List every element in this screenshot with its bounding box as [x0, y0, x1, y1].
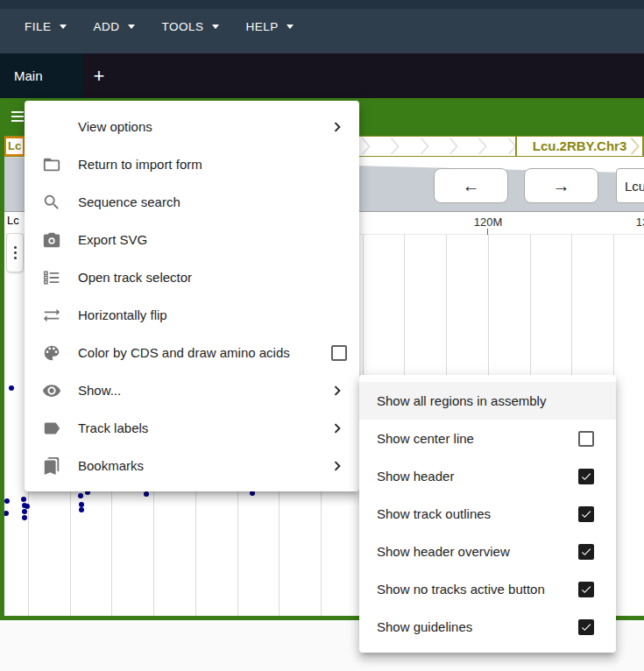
overview-chevron-icon	[419, 138, 431, 159]
menu-item-label: Track labels	[78, 420, 328, 435]
menu-item-label: Bookmarks	[78, 458, 328, 473]
menu-item-view-options[interactable]: View options	[25, 108, 359, 145]
submenu-item-label: Show all regions in assembly	[377, 393, 594, 408]
menubar-tools[interactable]: TOOLS	[162, 20, 219, 33]
menubar-add-label: ADD	[94, 20, 120, 33]
ruler-tick-label-clipped: 130M	[636, 215, 644, 229]
bookmark-icon	[41, 456, 62, 477]
region-chevron-icon	[629, 138, 641, 155]
menubar-help-label: HELP	[246, 20, 279, 33]
right-arrow-icon: →	[553, 176, 570, 196]
checkbox-checked[interactable]	[578, 619, 594, 635]
submenu-item-show-center-line[interactable]: Show center line	[359, 420, 616, 457]
feature-dot	[79, 507, 84, 512]
overview-chevron-icon	[477, 138, 489, 159]
feature-dot	[22, 515, 27, 520]
view-menu-icon[interactable]	[11, 111, 24, 122]
track-label: Lc	[7, 214, 25, 227]
folder-icon	[41, 154, 62, 175]
eye-icon	[41, 380, 62, 401]
chevron-right-icon	[328, 381, 347, 400]
menu-item-horizontally-flip[interactable]: Horizontally flip	[25, 296, 359, 334]
feature-dot	[144, 491, 149, 497]
pan-left-button[interactable]: ←	[434, 168, 508, 203]
menu-item-label: Open track selector	[78, 270, 347, 285]
menu-item-color-by-cds-and-draw-amino-acids[interactable]: Color by CDS and draw amino acids	[25, 334, 359, 371]
menu-item-track-labels[interactable]: Track labels	[25, 409, 359, 447]
feature-dot	[21, 497, 26, 502]
caret-down-icon	[212, 25, 219, 29]
cds-checkbox-unchecked[interactable]	[331, 345, 347, 361]
track-selector-icon	[41, 267, 62, 288]
submenu-item-label: Show track outlines	[377, 506, 578, 521]
submenu-item-label: Show header overview	[377, 544, 578, 559]
menu-item-label: Export SVG	[78, 232, 347, 247]
overview-region-label: Lcu.2RBY.Chr3	[533, 138, 627, 153]
menu-item-label: Color by CDS and draw amino acids	[78, 345, 331, 360]
menubar-file[interactable]: FILE	[25, 20, 67, 33]
location-search-value: Lcu	[625, 179, 644, 194]
menu-item-label: Sequence search	[78, 194, 347, 209]
menu-item-bookmarks[interactable]: Bookmarks	[25, 447, 359, 484]
checkbox-checked[interactable]	[578, 544, 594, 560]
submenu-item-show-header-overview[interactable]: Show header overview	[359, 533, 616, 570]
palette-icon	[41, 343, 62, 364]
feature-dot	[4, 498, 10, 504]
menubar-add[interactable]: ADD	[94, 20, 135, 33]
submenu-item-label: Show no tracks active button	[377, 582, 578, 597]
submenu-item-label: Show guidelines	[377, 619, 578, 634]
camera-icon	[41, 230, 62, 251]
submenu-item-label: Show center line	[377, 431, 578, 446]
overview-chevron-icon	[448, 138, 460, 159]
feature-dot	[9, 385, 14, 391]
session-tab-bar: Main +	[0, 53, 644, 98]
ruler-tick-label: 120M	[474, 215, 503, 229]
checkbox-unchecked[interactable]	[578, 431, 594, 447]
app-menubar: FILEADDTOOLSHELP	[0, 0, 644, 53]
menu-item-return-to-import-form[interactable]: Return to import form	[25, 145, 359, 183]
location-search-input[interactable]: Lcu	[616, 168, 644, 203]
menu-item-label: View options	[78, 119, 328, 134]
pan-right-button[interactable]: →	[524, 168, 598, 203]
menu-item-export-svg[interactable]: Export SVG	[25, 221, 359, 258]
submenu-item-show-no-tracks-active-button[interactable]: Show no tracks active button	[359, 570, 616, 608]
ruler-tick-mark	[487, 229, 488, 235]
submenu-item-show-track-outlines[interactable]: Show track outlines	[359, 495, 616, 533]
view-menu: View optionsReturn to import formSequenc…	[25, 101, 359, 491]
show-submenu: Show all regions in assemblyShow center …	[359, 375, 616, 653]
overview-chevron-icon	[389, 138, 401, 159]
checkbox-checked[interactable]	[578, 506, 594, 522]
jbrowse-app: FILEADDTOOLSHELP Main + Lc Lcu.2RBY.Chr3	[0, 0, 644, 671]
checkbox-checked[interactable]	[578, 582, 594, 597]
submenu-item-show-guidelines[interactable]: Show guidelines	[359, 608, 616, 646]
overview-selected-region[interactable]: Lc	[4, 137, 25, 156]
track-menu-button[interactable]	[6, 233, 24, 272]
menu-item-sequence-search[interactable]: Sequence search	[25, 183, 359, 221]
feature-dot	[25, 504, 30, 509]
caret-down-icon	[128, 25, 135, 29]
feature-dot	[22, 509, 27, 514]
feature-dot	[4, 511, 9, 516]
flip-icon	[41, 305, 62, 326]
caret-down-icon	[60, 25, 67, 29]
label-icon	[41, 418, 62, 439]
overview-region-chr3[interactable]: Lcu.2RBY.Chr3	[515, 137, 644, 156]
chevron-right-icon	[328, 456, 347, 476]
submenu-item-show-all-regions-in-assembly[interactable]: Show all regions in assembly	[359, 382, 616, 420]
menu-item-open-track-selector[interactable]: Open track selector	[25, 258, 359, 296]
menu-item-show[interactable]: Show...	[25, 371, 359, 409]
menu-item-label: Return to import form	[78, 157, 347, 172]
menu-item-label: Horizontally flip	[78, 307, 347, 322]
tab-main[interactable]: Main	[0, 53, 83, 98]
checkbox-checked[interactable]	[578, 469, 594, 484]
submenu-item-show-header[interactable]: Show header	[359, 457, 616, 495]
left-arrow-icon: ←	[463, 176, 480, 196]
chevron-right-icon	[328, 117, 347, 137]
tab-main-label: Main	[14, 68, 43, 83]
caret-down-icon	[287, 25, 294, 29]
search-icon	[41, 192, 62, 213]
menubar-help[interactable]: HELP	[246, 20, 294, 33]
add-tab-button[interactable]: +	[86, 53, 112, 98]
menubar-tools-label: TOOLS	[162, 20, 204, 33]
submenu-item-label: Show header	[377, 469, 578, 484]
